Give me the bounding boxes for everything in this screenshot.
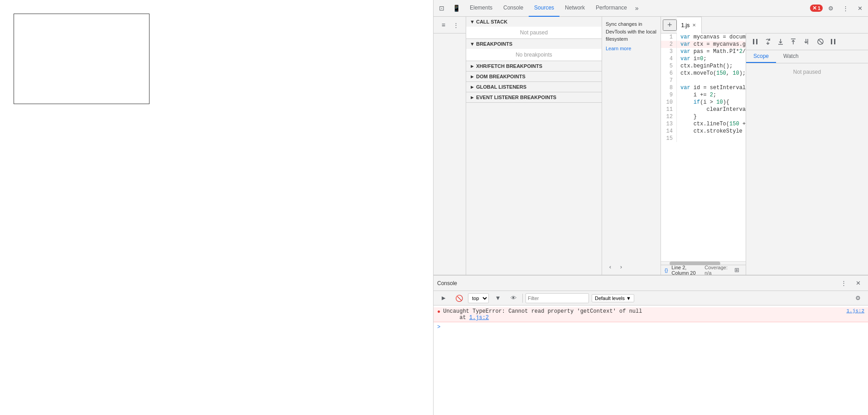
global-listeners-title: ► Global Listeners: [470, 84, 526, 90]
svg-rect-11: [831, 39, 832, 44]
code-line-3: 3 var pas = Math.PI*2/5;: [661, 48, 746, 55]
svg-rect-0: [753, 39, 754, 44]
pause-resume-btn[interactable]: [750, 36, 761, 47]
tab-sources[interactable]: Sources: [529, 0, 559, 17]
sync-text: Sync changes in DevTools with the local …: [606, 20, 657, 43]
devtools-action-bar: ✕ 1 ⚙ ⋮ ✕: [810, 2, 866, 14]
nav-next-btn[interactable]: ›: [617, 262, 626, 271]
file-tab-1js[interactable]: 1.js ✕: [677, 17, 702, 33]
dom-breakpoints-header[interactable]: ► DOM Breakpoints: [466, 72, 602, 81]
error-location-link[interactable]: 1.js:2: [469, 315, 489, 321]
filter-input[interactable]: [526, 293, 589, 303]
context-dropdown-btn[interactable]: ▼: [492, 292, 504, 305]
step-out-btn[interactable]: [788, 36, 799, 47]
clear-console-btn[interactable]: 🚫: [453, 292, 465, 305]
coverage-info: Coverage: n/a ⊞: [704, 264, 742, 275]
console-prompt-row: >: [434, 322, 868, 332]
execute-in-console-btn[interactable]: ▶: [437, 292, 450, 305]
right-debug-panel: Scope Watch Not paused: [746, 33, 868, 275]
divider: [522, 294, 523, 303]
error-at-label: [443, 315, 456, 321]
callstack-header[interactable]: ▼ Call Stack: [466, 17, 602, 27]
sidebar-more-btn[interactable]: ⋮: [450, 19, 463, 31]
main-layout: ⊡ 📱 Elements Console Sources Network Per…: [0, 0, 868, 415]
default-levels-btn[interactable]: Default levels ▼: [592, 294, 634, 302]
console-settings-btn[interactable]: ⚙: [852, 292, 864, 305]
learn-more-link[interactable]: Learn more: [606, 46, 657, 51]
event-listener-breakpoints-section: ► Event Listener Breakpoints: [466, 92, 602, 103]
code-line-15: 15: [661, 135, 746, 142]
step-over-btn[interactable]: [762, 36, 773, 47]
console-error-message: Uncaught TypeError: Cannot read property…: [443, 308, 844, 321]
file-tab-label: 1.js: [681, 22, 690, 29]
console-error-row: ● Uncaught TypeError: Cannot read proper…: [434, 307, 868, 322]
code-line-14: 14 ctx.strokeStyle = "red";: [661, 128, 746, 135]
xhr-breakpoints-header[interactable]: ► XHR/fetch Breakpoints: [466, 61, 602, 71]
global-listeners-header[interactable]: ► Global Listeners: [466, 82, 602, 92]
add-tab-btn[interactable]: +: [663, 19, 677, 31]
close-devtools-btn[interactable]: ✕: [854, 2, 866, 14]
code-hscrollbar[interactable]: [661, 261, 746, 265]
console-more-btn[interactable]: ⋮: [837, 277, 850, 290]
tab-console[interactable]: Console: [498, 0, 529, 17]
breakpoints-content: No breakpoints: [466, 49, 602, 61]
scope-watch-tabbar: Scope Watch: [746, 50, 868, 63]
callstack-section: ▼ Call Stack Not paused: [466, 17, 602, 39]
console-prompt-caret: >: [437, 324, 440, 330]
breakpoints-header[interactable]: ▼ Breakpoints: [466, 39, 602, 49]
event-listener-breakpoints-title: ► Event Listener Breakpoints: [470, 95, 556, 100]
dom-breakpoints-section: ► DOM Breakpoints: [466, 72, 602, 82]
more-options-btn[interactable]: ⋮: [839, 2, 852, 14]
editor-tab-bar: + 1.js ✕: [661, 17, 868, 33]
more-sidebar-btn[interactable]: ≡: [437, 19, 450, 31]
canvas-element: [14, 14, 149, 104]
inspect-element-btn[interactable]: ⊡: [435, 2, 448, 14]
debugger-controls: [746, 33, 868, 50]
callstack-not-paused: Not paused: [520, 29, 548, 36]
svg-rect-1: [756, 39, 757, 44]
hscroll-thumb[interactable]: [670, 262, 720, 265]
tab-network[interactable]: Network: [559, 0, 590, 17]
device-toolbar-btn[interactable]: 📱: [450, 2, 463, 14]
code-line-2: 2 var ctx = mycanvas.getContext("2d"); ●: [661, 41, 746, 48]
editor-and-panels: 1 var mycanvas = document.getElementById…: [661, 33, 868, 275]
page-area: [0, 0, 433, 415]
coverage-sidebar-btn[interactable]: ⊞: [732, 264, 742, 275]
more-tabs-button[interactable]: »: [632, 5, 641, 12]
format-code-btn[interactable]: {}: [665, 267, 668, 273]
svg-line-10: [818, 39, 823, 44]
close-console-btn[interactable]: ✕: [852, 277, 864, 290]
tab-performance[interactable]: Performance: [590, 0, 632, 17]
sync-area: Sync changes in DevTools with the local …: [602, 17, 661, 275]
step-into-btn[interactable]: [775, 36, 786, 47]
svg-rect-12: [834, 39, 835, 44]
code-editor[interactable]: 1 var mycanvas = document.getElementById…: [661, 33, 746, 261]
left-debug-panels: ▼ Call Stack Not paused ▼ Breakpoints No…: [466, 17, 602, 275]
deactivate-breakpoints-btn[interactable]: [815, 36, 826, 47]
devtools-icons: ⊡ 📱: [435, 2, 463, 14]
code-line-5: 5 ctx.beginPath();: [661, 62, 746, 70]
tab-scope[interactable]: Scope: [746, 50, 776, 63]
show-network-btn[interactable]: 👁: [507, 292, 520, 305]
code-line-6: 6 ctx.moveTo(150, 10);//绘制的起点: [661, 70, 746, 77]
bottom-console: Console ⋮ ✕ ▶ 🚫 top ▼ 👁: [434, 275, 868, 415]
console-error-source-link[interactable]: 1.js:2: [846, 308, 864, 314]
nav-prev-btn[interactable]: ‹: [606, 262, 615, 271]
tab-watch[interactable]: Watch: [776, 50, 806, 63]
code-line-9: 9 i += 2;: [661, 91, 746, 99]
event-listener-breakpoints-header[interactable]: ► Event Listener Breakpoints: [466, 92, 602, 102]
async-debug-btn[interactable]: [828, 36, 839, 47]
close-tab-btn[interactable]: ✕: [691, 22, 697, 29]
callstack-content: Not paused: [466, 27, 602, 38]
editor-area: + 1.js ✕ 1 var mycanvas = d: [661, 17, 868, 275]
xhr-breakpoints-section: ► XHR/fetch Breakpoints: [466, 61, 602, 72]
dom-breakpoints-title: ► DOM Breakpoints: [470, 74, 526, 79]
step-btn[interactable]: [800, 36, 811, 47]
console-toolbar: ▶ 🚫 top ▼ 👁 Default levels ▼ ⚙: [434, 291, 868, 305]
code-line-13: 13 ctx.lineTo(150 + 100 * Math.cos(i*pas…: [661, 120, 746, 128]
settings-btn[interactable]: ⚙: [825, 2, 837, 14]
no-breakpoints-label: No breakpoints: [516, 52, 552, 58]
scope-not-paused: Not paused: [746, 63, 868, 81]
tab-elements[interactable]: Elements: [464, 0, 498, 17]
context-selector[interactable]: top: [468, 293, 489, 303]
